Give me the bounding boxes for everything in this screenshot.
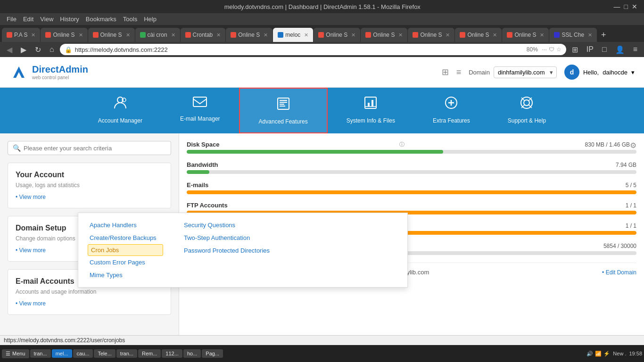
- advanced-features-icon: [276, 96, 291, 115]
- taskbar-sys-icon-3[interactable]: ⚡: [603, 351, 610, 357]
- address-bar[interactable]: 🔒 80% ··· 🛡 ☆: [60, 44, 566, 55]
- profile-icon[interactable]: 👤: [612, 45, 627, 54]
- emails-fill: [187, 190, 636, 194]
- tab-11[interactable]: Online S ✕: [502, 28, 549, 42]
- user-info[interactable]: d Hello, daihocde ▾: [564, 65, 635, 80]
- taskbar-tran2[interactable]: tran...: [116, 349, 137, 358]
- nav-system-info[interactable]: System Info & Files: [328, 88, 414, 133]
- tab-5[interactable]: Online S ✕: [226, 28, 272, 42]
- disk-space-row: Disk Space ⓘ 830 MB / 1.46 GB: [187, 141, 630, 148]
- nav-email-manager[interactable]: E-mail Manager: [161, 88, 239, 133]
- url-input[interactable]: [75, 46, 521, 53]
- menu-help[interactable]: Help: [141, 14, 159, 24]
- taskbar-cau[interactable]: cau...: [73, 349, 93, 358]
- tab-4[interactable]: Crontab ✕: [181, 28, 226, 42]
- user-dropdown-icon[interactable]: ▾: [631, 69, 635, 76]
- disk-space-progress: [187, 150, 636, 154]
- grid-view-icon[interactable]: ⊞: [442, 67, 449, 77]
- taskbar-time: 19:58: [629, 351, 642, 356]
- reader-icon[interactable]: IP: [584, 45, 596, 54]
- dropdown-apache-handlers[interactable]: Apache Handlers: [88, 219, 163, 231]
- tab-7[interactable]: Online S ✕: [314, 28, 360, 42]
- extra-features-icon: [444, 95, 459, 114]
- domain-select[interactable]: dinhfamilylib.com: [494, 66, 557, 78]
- disk-space-value: 830 MB / 1.46 GB: [585, 141, 630, 148]
- dropdown-cron-jobs[interactable]: Cron Jobs: [88, 244, 163, 256]
- search-box[interactable]: 🔍: [8, 141, 171, 155]
- taskbar-rem[interactable]: Rem...: [138, 349, 161, 358]
- your-account-desc: Usage, logs and statistics: [16, 182, 163, 189]
- menu-history[interactable]: History: [57, 14, 82, 24]
- svg-rect-12: [372, 100, 373, 107]
- close-button[interactable]: ✕: [632, 3, 637, 10]
- dropdown-password-protected[interactable]: Password Protected Directories: [182, 244, 272, 257]
- your-account-view-more[interactable]: View more: [16, 194, 46, 200]
- minimize-button[interactable]: —: [614, 3, 620, 10]
- bandwidth-fill: [187, 170, 209, 174]
- sidebar-icon[interactable]: ⊞: [569, 45, 581, 54]
- menu-edit[interactable]: Edit: [20, 14, 36, 24]
- tab-8[interactable]: Online S ✕: [361, 28, 407, 42]
- emails-row: E-mails 5 / 5: [187, 181, 636, 189]
- nav-system-info-label: System Info & Files: [347, 117, 395, 124]
- avatar: d: [564, 65, 579, 80]
- menu-bookmarks[interactable]: Bookmarks: [83, 14, 119, 24]
- system-info-icon: [363, 95, 378, 114]
- tab-active[interactable]: meloc ✕: [273, 28, 313, 42]
- home-button[interactable]: ⌂: [47, 44, 57, 55]
- taskbar-menu[interactable]: ☰ Menu: [2, 349, 29, 358]
- svg-rect-7: [280, 100, 287, 101]
- taskbar-menu-label: Menu: [12, 351, 25, 356]
- new-tab-button[interactable]: +: [597, 28, 610, 42]
- domain-setup-view-more[interactable]: View more: [16, 247, 46, 254]
- menu-file[interactable]: File: [4, 14, 19, 24]
- nav-advanced-features[interactable]: Advanced Features: [239, 88, 328, 133]
- bandwidth-value: 7.94 GB: [616, 162, 636, 168]
- tab-9[interactable]: Online S ✕: [408, 28, 454, 42]
- ftp-label: FTP Accounts: [187, 202, 228, 209]
- tab-0[interactable]: P.A S ✕: [2, 28, 40, 42]
- nav-extra-features[interactable]: Extra Features: [414, 88, 489, 133]
- dropdown-create-restore[interactable]: Create/Restore Backups: [88, 231, 163, 244]
- dropdown-security-questions[interactable]: Security Questions: [182, 219, 272, 231]
- nav-account-manager[interactable]: Account Manager: [79, 88, 161, 133]
- maximize-button[interactable]: □: [624, 3, 628, 10]
- list-view-icon[interactable]: ≡: [456, 67, 462, 77]
- dropdown-custom-error[interactable]: Custom Error Pages: [88, 256, 163, 269]
- tab-10[interactable]: Online S ✕: [455, 28, 502, 42]
- taskbar-ho[interactable]: ho...: [183, 349, 201, 358]
- hamburger-icon[interactable]: ≡: [630, 45, 640, 54]
- taskbar-112[interactable]: 112...: [162, 349, 182, 358]
- email-accounts-view-more[interactable]: View more: [16, 300, 46, 307]
- taskbar-mel[interactable]: mel...: [52, 349, 72, 358]
- svg-rect-9: [280, 106, 285, 107]
- dropdown-two-step-auth[interactable]: Two-Step Authentication: [182, 231, 272, 244]
- tab-2[interactable]: Online S ✕: [88, 28, 135, 42]
- nav-support[interactable]: Support & Help: [489, 88, 565, 133]
- forward-button[interactable]: ▶: [18, 44, 29, 55]
- tab-1[interactable]: Online S ✕: [41, 28, 87, 42]
- taskbar-mel-label: mel...: [56, 351, 68, 356]
- account-manager-icon: [113, 95, 128, 114]
- taskbar-pag[interactable]: Pag...: [202, 349, 223, 358]
- edit-domain-link[interactable]: • Edit Domain: [602, 269, 636, 276]
- bookmark-icon[interactable]: ☆: [556, 46, 561, 53]
- taskbar-tran1[interactable]: tran...: [30, 349, 51, 358]
- svg-rect-11: [368, 103, 370, 107]
- menu-view[interactable]: View: [37, 14, 56, 24]
- tab-3[interactable]: cài cron ✕: [135, 28, 180, 42]
- taskbar-sys-icon-1[interactable]: 🔊: [586, 351, 593, 357]
- menu-tools[interactable]: Tools: [120, 14, 140, 24]
- taskbar-sys-icon-2[interactable]: 📶: [595, 351, 602, 357]
- databases-value: 1 / 1: [626, 222, 636, 229]
- taskbar-tele[interactable]: Tele...: [94, 349, 115, 358]
- reload-button[interactable]: ↻: [32, 44, 44, 55]
- domain-label: Domain: [469, 69, 490, 76]
- search-input[interactable]: [24, 145, 166, 152]
- tab-12[interactable]: SSL Che ✕: [549, 28, 597, 42]
- pip-icon[interactable]: □: [599, 45, 610, 54]
- dropdown-mime-types[interactable]: Mime Types: [88, 269, 163, 281]
- more-options-icon[interactable]: ···: [542, 46, 547, 53]
- settings-icon[interactable]: ⚙: [630, 141, 636, 150]
- back-button[interactable]: ◀: [4, 44, 15, 55]
